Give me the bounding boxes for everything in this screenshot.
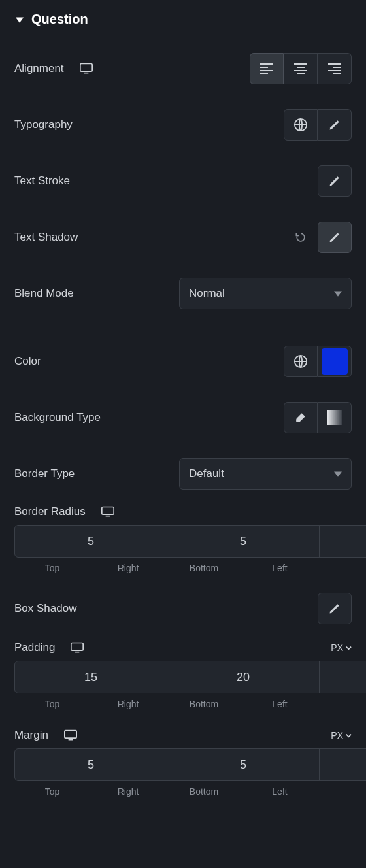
- typography-row: Typography: [14, 109, 352, 141]
- border-type-select[interactable]: Default: [179, 458, 352, 490]
- margin-right-input[interactable]: [167, 748, 320, 781]
- padding-unit-select[interactable]: PX: [331, 643, 352, 653]
- color-global-button[interactable]: [284, 346, 318, 377]
- border-type-label: Border Type: [14, 467, 75, 480]
- margin-unit-select[interactable]: PX: [331, 730, 352, 741]
- desktop-icon[interactable]: [101, 506, 114, 518]
- label-right: Right: [90, 563, 166, 573]
- alignment-toggle: [250, 53, 352, 84]
- blend-mode-value: Normal: [189, 287, 225, 300]
- label-top: Top: [14, 699, 90, 709]
- background-type-row: Background Type: [14, 402, 352, 433]
- color-swatch: [322, 348, 348, 375]
- desktop-icon[interactable]: [80, 63, 93, 75]
- label-bottom: Bottom: [166, 786, 242, 797]
- text-stroke-label: Text Stroke: [14, 175, 70, 188]
- svg-rect-21: [65, 731, 76, 739]
- margin-top-input[interactable]: [14, 748, 167, 781]
- label-bottom: Bottom: [166, 699, 242, 709]
- align-left-button[interactable]: [250, 53, 284, 84]
- pencil-icon: [328, 175, 341, 188]
- align-right-button[interactable]: [318, 53, 352, 84]
- svg-rect-22: [69, 739, 73, 741]
- background-type-label: Background Type: [14, 411, 101, 424]
- typography-edit-button[interactable]: [318, 109, 352, 141]
- border-radius-bottom-input[interactable]: [320, 525, 366, 558]
- margin-unit-value: PX: [331, 730, 343, 741]
- chevron-down-icon: [346, 645, 352, 651]
- svg-rect-8: [294, 70, 307, 71]
- label-left: Left: [242, 563, 318, 573]
- label-top: Top: [14, 563, 90, 573]
- margin-inputs: [14, 748, 352, 781]
- gradient-icon: [327, 410, 342, 425]
- margin-sub-labels: Top Right Bottom Left: [14, 786, 352, 797]
- svg-rect-3: [260, 67, 268, 68]
- svg-rect-5: [260, 73, 268, 74]
- margin-header: Margin PX: [14, 729, 352, 742]
- border-radius-sub-labels: Top Right Bottom Left: [14, 563, 352, 573]
- border-radius-header: Border Radius: [14, 505, 352, 518]
- border-radius-right-input[interactable]: [167, 525, 320, 558]
- pencil-icon: [328, 118, 341, 131]
- padding-unit-value: PX: [331, 643, 343, 653]
- padding-inputs: [14, 661, 352, 693]
- padding-bottom-input[interactable]: [320, 661, 366, 693]
- padding-top-input[interactable]: [14, 661, 167, 693]
- svg-rect-2: [260, 63, 273, 65]
- svg-rect-1: [84, 73, 88, 74]
- color-label: Color: [14, 355, 41, 368]
- margin-label: Margin: [14, 729, 48, 742]
- blend-mode-label: Blend Mode: [14, 287, 74, 300]
- padding-header: Padding PX: [14, 641, 352, 654]
- background-gradient-button[interactable]: [318, 402, 352, 433]
- align-center-button[interactable]: [284, 53, 318, 84]
- blend-mode-select[interactable]: Normal: [179, 278, 352, 309]
- alignment-label: Alignment: [14, 62, 64, 75]
- color-swatch-button[interactable]: [318, 346, 352, 377]
- border-type-value: Default: [189, 467, 224, 480]
- text-shadow-reset-button[interactable]: [288, 224, 314, 250]
- label-top: Top: [14, 786, 90, 797]
- padding-label: Padding: [14, 641, 55, 654]
- text-stroke-edit-button[interactable]: [318, 165, 352, 197]
- border-radius-label: Border Radius: [14, 505, 86, 518]
- typography-global-button[interactable]: [284, 109, 318, 141]
- undo-icon: [294, 231, 307, 244]
- chevron-down-icon: [334, 290, 342, 297]
- border-type-row: Border Type Default: [14, 458, 352, 490]
- desktop-icon[interactable]: [71, 642, 84, 654]
- text-shadow-row: Text Shadow: [14, 222, 352, 253]
- background-classic-button[interactable]: [284, 402, 318, 433]
- chevron-down-icon: [346, 733, 352, 739]
- desktop-icon[interactable]: [64, 729, 77, 741]
- padding-sub-labels: Top Right Bottom Left: [14, 699, 352, 709]
- svg-rect-20: [75, 652, 80, 653]
- svg-rect-17: [102, 507, 114, 515]
- pencil-icon: [328, 602, 341, 615]
- margin-bottom-input[interactable]: [320, 748, 366, 781]
- text-shadow-edit-button[interactable]: [318, 222, 352, 253]
- svg-rect-19: [71, 643, 83, 651]
- padding-right-input[interactable]: [167, 661, 320, 693]
- box-shadow-edit-button[interactable]: [318, 593, 352, 624]
- label-left: Left: [242, 786, 318, 797]
- brush-icon: [294, 411, 307, 424]
- svg-rect-12: [328, 70, 341, 71]
- svg-rect-10: [328, 63, 341, 65]
- section-header[interactable]: Question: [14, 12, 352, 27]
- text-stroke-row: Text Stroke: [14, 165, 352, 197]
- svg-rect-0: [80, 64, 92, 72]
- typography-label: Typography: [14, 118, 73, 131]
- svg-rect-13: [333, 73, 341, 74]
- text-shadow-label: Text Shadow: [14, 231, 78, 244]
- svg-rect-16: [327, 410, 342, 425]
- pencil-icon: [328, 231, 341, 244]
- label-right: Right: [90, 699, 166, 709]
- svg-rect-7: [297, 67, 305, 68]
- label-bottom: Bottom: [166, 563, 242, 573]
- box-shadow-row: Box Shadow: [14, 593, 352, 624]
- label-left: Left: [242, 699, 318, 709]
- caret-down-icon: [14, 14, 25, 25]
- border-radius-top-input[interactable]: [14, 525, 167, 558]
